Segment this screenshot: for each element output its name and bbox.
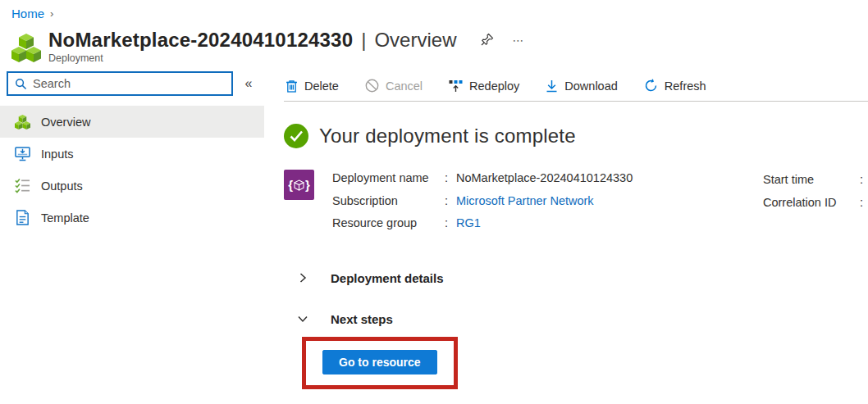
download-arrow-icon bbox=[546, 79, 558, 93]
deployment-cubes-icon bbox=[11, 32, 41, 65]
section-deployment-details[interactable]: Deployment details bbox=[297, 271, 868, 285]
more-ellipsis-icon[interactable]: ⋯ bbox=[507, 32, 530, 48]
sidebar-item-outputs[interactable]: Outputs bbox=[0, 170, 264, 202]
sidebar-item-overview[interactable]: Overview bbox=[0, 106, 264, 138]
sidebar-item-label: Inputs bbox=[41, 148, 74, 161]
cancel-label: Cancel bbox=[386, 79, 423, 93]
arm-deployment-icon: { } bbox=[284, 170, 314, 200]
field-label: Resource group bbox=[332, 212, 445, 235]
chevron-down-icon bbox=[297, 313, 308, 325]
resource-type-label: Deployment bbox=[48, 52, 530, 64]
subscription-link[interactable]: Microsoft Partner Network bbox=[456, 190, 594, 213]
field-label: Start time bbox=[763, 169, 814, 192]
deployment-essentials: { } Deployment name : NoMarketplace-2024… bbox=[284, 167, 868, 235]
main-content: Delete Cancel Redeploy bbox=[264, 71, 868, 389]
breadcrumb-home-link[interactable]: Home bbox=[11, 7, 44, 20]
inputs-icon bbox=[15, 146, 30, 161]
field-label: Correlation ID bbox=[763, 192, 836, 215]
sidebar-item-inputs[interactable]: Inputs bbox=[0, 138, 264, 170]
section-label: Deployment details bbox=[331, 271, 444, 285]
red-highlight-box: Go to resource bbox=[302, 337, 458, 389]
outputs-icon bbox=[15, 178, 30, 193]
delete-label: Delete bbox=[304, 79, 339, 93]
toolbar: Delete Cancel Redeploy bbox=[284, 71, 868, 102]
redeploy-label: Redeploy bbox=[469, 79, 519, 93]
deployment-status: Your deployment is complete bbox=[284, 124, 868, 148]
delete-button[interactable]: Delete bbox=[286, 79, 339, 93]
page-title-tab: Overview bbox=[374, 29, 456, 52]
page-title: NoMarketplace-20240410124330 bbox=[48, 29, 353, 52]
cubes-icon bbox=[15, 114, 30, 129]
right-essentials: Start time : Correlation ID : bbox=[763, 169, 863, 214]
collapse-sidebar-icon[interactable]: « bbox=[233, 73, 264, 94]
field-label: Subscription bbox=[332, 190, 445, 213]
refresh-label: Refresh bbox=[665, 79, 706, 93]
breadcrumb: Home › bbox=[0, 0, 868, 20]
go-to-resource-button[interactable]: Go to resource bbox=[322, 350, 437, 374]
status-message: Your deployment is complete bbox=[319, 125, 576, 148]
success-check-icon bbox=[284, 124, 308, 148]
search-icon bbox=[15, 78, 27, 90]
trash-icon bbox=[286, 79, 298, 93]
breadcrumb-chevron-icon: › bbox=[50, 7, 53, 20]
chevron-right-icon bbox=[297, 272, 308, 284]
search-box bbox=[7, 71, 233, 96]
sidebar: « Overview bbox=[0, 71, 264, 389]
refresh-icon bbox=[644, 79, 658, 93]
refresh-button[interactable]: Refresh bbox=[644, 79, 706, 93]
sidebar-nav: Overview Inputs bbox=[0, 106, 264, 234]
section-next-steps[interactable]: Next steps bbox=[297, 312, 868, 326]
download-button[interactable]: Download bbox=[546, 79, 618, 93]
cancel-slash-icon bbox=[365, 79, 379, 93]
field-correlation-id: Correlation ID : bbox=[763, 192, 863, 215]
section-label: Next steps bbox=[331, 312, 393, 326]
field-label: Deployment name bbox=[332, 167, 445, 190]
sidebar-item-label: Overview bbox=[41, 116, 90, 129]
resource-group-link[interactable]: RG1 bbox=[456, 212, 481, 235]
redeploy-button[interactable]: Redeploy bbox=[449, 79, 519, 93]
title-separator: | bbox=[361, 29, 366, 52]
sidebar-item-label: Template bbox=[41, 211, 89, 225]
field-deployment-name: Deployment name : NoMarketplace-20240410… bbox=[332, 167, 633, 190]
search-input[interactable] bbox=[33, 77, 225, 90]
deployment-name-value: NoMarketplace-20240410124330 bbox=[456, 167, 633, 190]
template-icon bbox=[15, 210, 30, 225]
download-label: Download bbox=[564, 79, 618, 93]
redeploy-icon bbox=[449, 79, 463, 93]
field-subscription: Subscription : Microsoft Partner Network bbox=[332, 190, 633, 213]
sidebar-item-template[interactable]: Template bbox=[0, 202, 264, 234]
pin-icon[interactable] bbox=[476, 31, 499, 50]
cancel-button[interactable]: Cancel bbox=[365, 79, 423, 93]
field-resource-group: Resource group : RG1 bbox=[332, 212, 633, 235]
page-header: NoMarketplace-20240410124330 | Overview … bbox=[11, 29, 868, 65]
sidebar-item-label: Outputs bbox=[41, 179, 83, 193]
field-start-time: Start time : bbox=[763, 169, 863, 192]
